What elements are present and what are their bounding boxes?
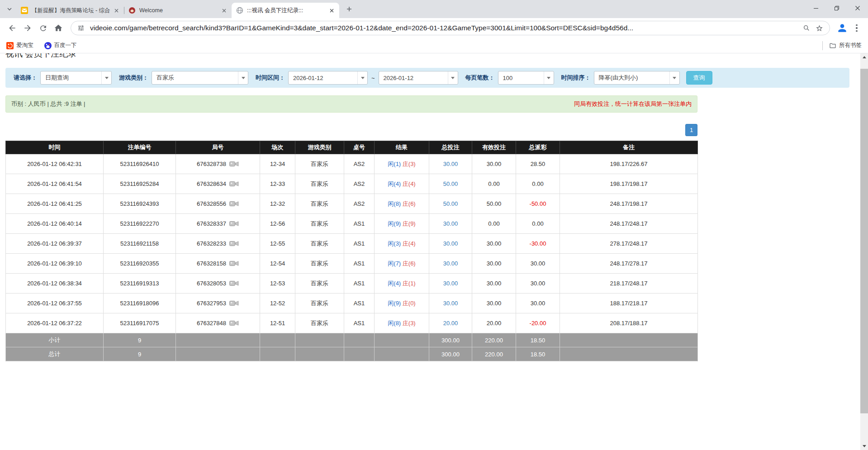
bookmark-baidu[interactable]: 百度一下 <box>44 42 77 49</box>
column-header: 总投注 <box>429 141 472 154</box>
cell-round: 676328738 <box>176 154 260 174</box>
cell-total-bet: 30.00 <box>429 254 472 274</box>
bookmark-label: 百度一下 <box>54 42 77 49</box>
range-separator: ~ <box>371 75 375 81</box>
tab-forum[interactable]: 【新提醒】海燕策略论坛 - 综合 <box>16 3 124 18</box>
video-replay-icon[interactable] <box>229 220 239 227</box>
home-button[interactable] <box>51 20 66 36</box>
chevron-down-icon[interactable] <box>101 71 111 84</box>
taobao-icon <box>6 42 14 49</box>
date-start-value: 2026-01-12 <box>289 75 357 81</box>
tab-search-button[interactable] <box>4 3 15 15</box>
tab-close-icon[interactable] <box>113 7 120 14</box>
chevron-down-icon[interactable] <box>448 71 458 84</box>
summary-valid-bet: 220.00 <box>472 347 516 361</box>
total-bet-link[interactable]: 30.00 <box>443 300 458 307</box>
video-replay-icon[interactable] <box>229 200 239 207</box>
total-bet-link[interactable]: 50.00 <box>443 200 458 207</box>
video-replay-icon[interactable] <box>229 280 239 287</box>
scrollbar-thumb[interactable] <box>860 69 868 413</box>
total-bet-link[interactable]: 50.00 <box>443 180 458 187</box>
maximize-button[interactable] <box>826 0 847 16</box>
summary-payout: 18.50 <box>516 347 560 361</box>
cell-session: 12-53 <box>260 274 295 294</box>
per-page-select[interactable]: 100 <box>498 71 554 85</box>
cell-round: 676328233 <box>176 234 260 254</box>
tab-close-icon[interactable] <box>220 7 228 14</box>
all-bookmarks[interactable]: 所有书签 <box>822 41 862 50</box>
summary-valid-bet: 220.00 <box>472 333 516 347</box>
query-type-select[interactable]: 日期查询 <box>40 71 112 85</box>
folder-icon <box>829 42 836 49</box>
table-row: 2026-01-12 06:41:54 523116925284 6763286… <box>6 174 698 194</box>
total-bet-link[interactable]: 30.00 <box>443 280 458 287</box>
summary-payout: 18.50 <box>516 333 560 347</box>
scroll-down-button[interactable] <box>860 442 868 450</box>
chevron-down-icon[interactable] <box>544 71 554 84</box>
cell-result: 闲(4) 庄(4) <box>375 174 429 194</box>
site-settings-icon[interactable] <box>77 24 85 32</box>
result-player: 闲(8) <box>388 320 401 327</box>
search-button[interactable]: 查询 <box>686 71 712 85</box>
cell-payout: -20.00 <box>516 313 560 333</box>
total-bet-link[interactable]: 30.00 <box>443 220 458 227</box>
chevron-down-icon[interactable] <box>357 71 367 84</box>
cell-payout: 28.50 <box>516 154 560 174</box>
close-button[interactable] <box>847 0 868 16</box>
kebab-menu-icon <box>856 24 858 32</box>
payout-value: 0.00 <box>532 220 543 227</box>
tab-welcome[interactable]: Welcome <box>124 3 232 18</box>
summary-label: 总计 <box>6 347 104 361</box>
table-row: 2026-01-12 06:40:14 523116922270 6763283… <box>6 214 698 234</box>
back-button[interactable] <box>5 20 20 36</box>
video-replay-icon[interactable] <box>229 180 239 187</box>
result-player: 闲(1) <box>388 161 401 167</box>
tab-close-icon[interactable] <box>328 7 336 14</box>
bookmark-taobao[interactable]: 爱淘宝 <box>6 42 33 49</box>
video-replay-icon[interactable] <box>229 161 239 167</box>
round-number: 676327953 <box>197 300 226 307</box>
date-end-select[interactable]: 2026-01-12 <box>379 71 458 85</box>
forward-button[interactable] <box>20 20 35 36</box>
bookmark-star-icon[interactable] <box>816 24 823 32</box>
video-replay-icon[interactable] <box>229 260 239 267</box>
total-bet-link[interactable]: 20.00 <box>443 320 458 327</box>
chevron-down-icon[interactable] <box>669 71 679 84</box>
round-number: 676327848 <box>197 320 226 327</box>
cell-total-bet: 30.00 <box>429 214 472 234</box>
video-replay-icon[interactable] <box>229 320 239 327</box>
round-number: 676328233 <box>197 240 226 247</box>
date-start-select[interactable]: 2026-01-12 <box>288 71 368 85</box>
tab-bet-records-active[interactable]: :::视讯 会员下注纪录::: <box>232 3 339 18</box>
cell-session: 12-52 <box>260 294 295 313</box>
total-bet-link[interactable]: 30.00 <box>443 260 458 267</box>
cell-time: 2026-01-12 06:39:10 <box>6 254 104 274</box>
game-type-select[interactable]: 百家乐 <box>152 71 248 85</box>
result-player: 闲(8) <box>388 200 401 207</box>
cell-session: 12-54 <box>260 254 295 274</box>
page-button[interactable]: 1 <box>685 124 697 136</box>
refresh-button[interactable] <box>35 20 51 36</box>
total-bet-link[interactable]: 30.00 <box>443 240 458 247</box>
profile-avatar[interactable] <box>835 20 850 36</box>
summary-empty-cell <box>375 333 429 347</box>
video-replay-icon[interactable] <box>229 240 239 247</box>
cell-remark: 198.17/226.67 <box>560 154 698 174</box>
new-tab-button[interactable] <box>343 3 355 15</box>
address-bar[interactable]: videoie.com/game/betrecord_search/kind3?… <box>71 21 830 35</box>
video-replay-icon[interactable] <box>229 300 239 307</box>
browser-menu-button[interactable] <box>850 20 863 36</box>
chevron-down-icon[interactable] <box>238 71 248 84</box>
page-title: 视讯 会员下注纪录 <box>5 53 195 58</box>
zoom-icon[interactable] <box>803 24 810 32</box>
scroll-up-button[interactable] <box>860 53 868 61</box>
url-text[interactable]: videoie.com/game/betrecord_search/kind3?… <box>90 24 797 32</box>
sort-order-select[interactable]: 降幂(由大到小) <box>594 71 680 85</box>
table-row: 2026-01-12 06:37:22 523116917075 6763278… <box>6 313 698 333</box>
vertical-scrollbar[interactable] <box>860 53 868 450</box>
total-bet-link[interactable]: 30.00 <box>443 161 458 167</box>
minimize-button[interactable] <box>806 0 826 16</box>
cell-time: 2026-01-12 06:42:31 <box>6 154 104 174</box>
round-number: 676328556 <box>197 200 226 207</box>
cell-total-bet: 30.00 <box>429 154 472 174</box>
